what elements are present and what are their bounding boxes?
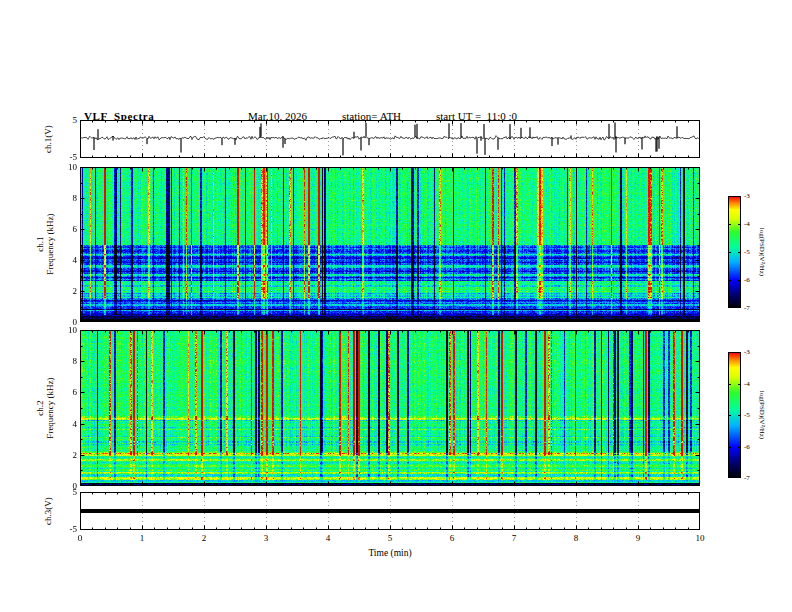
ch2-frequency-axis-label: ch.2 Frequency (kHz) (35, 338, 55, 478)
ch1-voltage-axis-label: ch.1(V) (43, 109, 53, 169)
ch2spec-ytick-label: 4 (61, 420, 77, 429)
ch1-label: ch.1 (35, 236, 45, 251)
ch2spec-ytick-label: 10 (61, 326, 77, 335)
ch1v-ytick-label: -5 (61, 153, 77, 162)
colorbar-ch2-canvas (728, 352, 741, 478)
time-tick-label: 3 (255, 534, 277, 543)
ch1spec-ytick-label: 8 (61, 194, 77, 203)
colorbar-ch1-canvas (728, 196, 741, 308)
colorbar2-tick-label: -5 (744, 412, 750, 419)
colorbar1-tick-label: -5 (744, 249, 750, 256)
frequency-units-label-ch2: Frequency (kHz) (45, 377, 55, 438)
time-tick-label: 7 (503, 534, 525, 543)
ch1spec-ytick-label: 4 (61, 256, 77, 265)
ch2spec-ytick-label: 2 (61, 451, 77, 460)
colorbar1-tick-label: -6 (744, 277, 750, 284)
ch2-label: ch.2 (35, 400, 45, 415)
time-axis-label: Time (min) (80, 548, 700, 558)
ch3-voltage-axis-label: ch.3(V) (43, 481, 53, 541)
time-tick-label: 10 (689, 534, 711, 543)
ch1spec-ytick-label: 6 (61, 225, 77, 234)
time-tick-label: 0 (69, 534, 91, 543)
frequency-units-label-ch1: Frequency (kHz) (45, 213, 55, 274)
time-tick-label: 1 (131, 534, 153, 543)
ch1-frequency-axis-label: ch.1 Frequency (kHz) (35, 174, 55, 314)
ch2spec-ytick-label: 0 (61, 482, 77, 491)
colorbar1-tick-label: -4 (744, 221, 750, 228)
colorbar2-tick-label: -4 (744, 381, 750, 388)
ch1v-ytick-label: 5 (61, 116, 77, 125)
colorbar2-tick-label: -6 (744, 444, 750, 451)
ch2-spectrogram-canvas (80, 330, 700, 486)
ch1spec-ytick-label: 0 (61, 318, 77, 327)
ch1-waveform-canvas (80, 120, 700, 158)
time-tick-label: 8 (565, 534, 587, 543)
ch2spec-ytick-label: 8 (61, 357, 77, 366)
ch3-waveform-canvas (80, 492, 700, 530)
colorbar1-tick-label: -3 (744, 193, 750, 200)
ch1spec-ytick-label: 2 (61, 287, 77, 296)
ch2spec-ytick-label: 6 (61, 388, 77, 397)
time-tick-label: 5 (379, 534, 401, 543)
time-tick-label: 6 (441, 534, 463, 543)
ch3v-ytick-label: -5 (61, 525, 77, 534)
time-tick-label: 4 (317, 534, 339, 543)
colorbar2-tick-label: -7 (744, 475, 750, 482)
ch1spec-ytick-label: 10 (61, 163, 77, 172)
ch1-spectrogram-canvas (80, 167, 700, 322)
colorbar1-tick-label: -7 (744, 305, 750, 312)
time-tick-label: 9 (627, 534, 649, 543)
vlf-spectra-figure: VLF Spectra Mar.10, 2026 station= ATH st… (0, 0, 792, 612)
colorbar2-tick-label: -3 (744, 349, 750, 356)
time-tick-label: 2 (193, 534, 215, 543)
colorbar-ch1-label: log(PSD)(V²/Hz) (758, 197, 766, 307)
colorbar-ch2-label: log(PSD)(V²/Hz) (758, 360, 766, 470)
